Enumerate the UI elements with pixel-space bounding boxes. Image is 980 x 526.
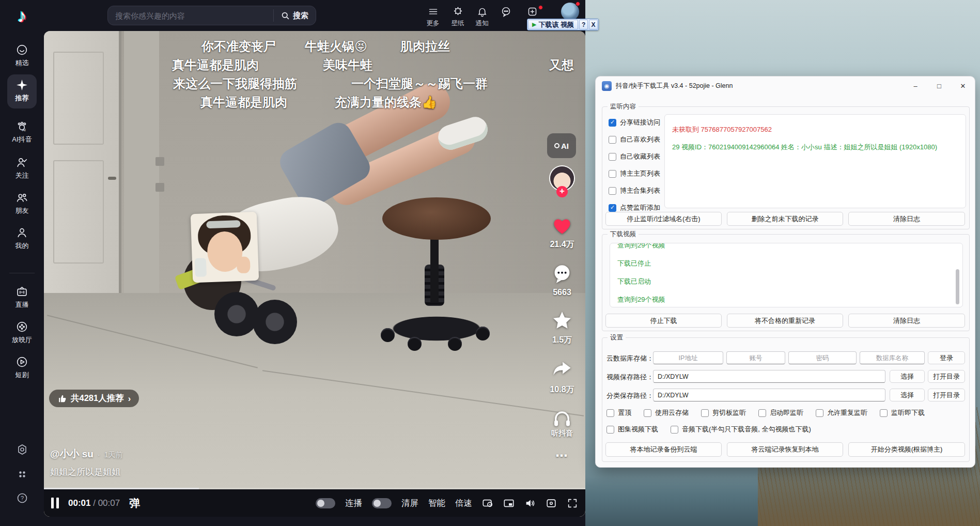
autoplay-label[interactable]: 连播 — [345, 498, 362, 509]
video-frame — [44, 31, 585, 517]
download-video-button[interactable]: ▶ 下载该 视频 — [528, 20, 578, 29]
overlay-help-button[interactable]: ? — [579, 20, 588, 29]
chat-bubble-icon — [501, 6, 511, 17]
stop-listen-button[interactable]: 停止监听/过滤域名(右击) — [605, 212, 722, 226]
more-options-icon[interactable]: ⋯ — [539, 448, 585, 463]
mini-window-icon[interactable] — [546, 498, 557, 509]
danmaku-toggle[interactable]: 弹 — [129, 496, 140, 510]
pause-button[interactable] — [51, 498, 59, 508]
check-author-home[interactable]: 博主主页列表 — [609, 169, 660, 178]
help-icon[interactable]: ? — [0, 492, 44, 506]
smart-button[interactable]: 智能 — [428, 498, 445, 509]
follow-plus-button[interactable]: + — [556, 186, 568, 197]
opt-clipboard-listen[interactable]: 剪切板监听 — [701, 408, 746, 417]
clear-listen-log-button[interactable]: 清除日志 — [848, 212, 965, 226]
player-controls: 00:01 / 00:07 弹 连播 清屏 智能 倍速 — [44, 489, 585, 517]
video-path-open-button[interactable]: 打开目录 — [928, 370, 965, 383]
settings-group: 设置 云数据库存储： 登录 视频保存路径： 选择 打开目录 分类保存路径： 选择… — [602, 337, 970, 462]
clear-download-log-button[interactable]: 清除日志 — [848, 314, 965, 328]
check-author-mix[interactable]: 博主合集列表 — [609, 186, 660, 195]
sidebar-item-theater[interactable]: 放映厅 — [0, 320, 44, 345]
pip-icon[interactable] — [503, 498, 515, 509]
opt-allow-repeat[interactable]: 允许重复监听 — [816, 408, 867, 417]
sidebar-item-live[interactable]: 直播 — [0, 285, 44, 310]
login-button[interactable]: 登录 — [928, 351, 965, 364]
opt-audio-download[interactable]: 音频下载(半勾只下载音频, 全勾视频也下载) — [671, 425, 811, 434]
video-path-choose-button[interactable]: 选择 — [890, 370, 925, 383]
wallpaper-menu[interactable]: 壁纸 — [445, 6, 470, 28]
sidebar-item-drama[interactable]: 短剧 — [0, 355, 44, 380]
search-input[interactable] — [115, 11, 273, 20]
listen-log[interactable]: 未获取到 7576877057927007562 29 视频ID：7602194… — [664, 114, 966, 208]
restore-from-cloud-button[interactable]: 将云端记录恢复到本地 — [727, 442, 843, 457]
fullscreen-icon[interactable] — [567, 498, 578, 509]
upload-button[interactable] — [520, 6, 545, 19]
more-menu[interactable]: 更多 — [421, 6, 445, 28]
favorite-star-icon[interactable] — [552, 310, 572, 331]
opt-download-on-listen[interactable]: 监听即下载 — [880, 408, 925, 417]
log-line-error: 未获取到 7576877057927007562 — [672, 121, 958, 138]
db-name-field[interactable] — [860, 351, 925, 364]
play-drama-icon — [15, 355, 28, 368]
sidebar-item-ai[interactable]: AI AI抖音 — [0, 120, 44, 144]
close-button[interactable]: ✕ — [951, 77, 975, 95]
settings-gear-icon[interactable] — [0, 443, 44, 458]
class-path-choose-button[interactable]: 选择 — [890, 389, 925, 401]
rerecord-unqualified-button[interactable]: 将不合格的重新记录 — [727, 314, 843, 328]
opt-gallery-video[interactable]: 图集视频下载 — [606, 425, 658, 434]
opt-cloud-storage[interactable]: 使用云存储 — [644, 408, 689, 417]
user-avatar[interactable] — [561, 3, 579, 21]
sidebar-item-featured[interactable]: 精选 — [0, 43, 44, 68]
sidebar-item-profile[interactable]: 我的 — [0, 226, 44, 251]
maximize-button[interactable]: □ — [927, 77, 951, 95]
volume-icon[interactable] — [524, 498, 536, 509]
notifications-menu[interactable]: 通知 — [470, 6, 494, 28]
messages-button[interactable] — [493, 6, 518, 19]
delete-undownloaded-button[interactable]: 删除之前未下载的记录 — [727, 212, 843, 226]
search-button[interactable]: 搜索 — [273, 9, 316, 22]
like-heart-icon[interactable] — [552, 216, 572, 237]
log-scrollbar[interactable] — [956, 269, 959, 304]
listen-legend: 监听内容 — [608, 102, 639, 111]
apps-grid-icon[interactable] — [0, 468, 44, 483]
video-path-input[interactable] — [653, 370, 885, 383]
class-path-input[interactable] — [653, 389, 885, 401]
opt-always-on-top[interactable]: 置顶 — [606, 408, 631, 417]
ip-address-field[interactable] — [653, 351, 723, 364]
stop-download-button[interactable]: 停止下载 — [605, 314, 722, 328]
comment-icon[interactable] — [552, 264, 572, 284]
search-bar[interactable]: 搜索 — [107, 6, 316, 25]
password-field[interactable] — [788, 351, 857, 364]
check-share-link[interactable]: 分享链接访问 — [609, 118, 660, 127]
title-bar[interactable]: ◉ 抖音/快手下载工具 v3.4 - 52pojie - Glenn – □ ✕ — [596, 76, 975, 95]
account-field[interactable] — [726, 351, 785, 364]
check-label: 图集视频下载 — [618, 425, 658, 434]
author-name[interactable]: @小小 su — [50, 447, 94, 461]
start-classify-button[interactable]: 开始分类视频(根据博主) — [848, 442, 965, 457]
video-player[interactable]: 你不准变丧尸 牛蛙火锅😝 肌肉拉丝 真牛逼都是肌肉 美味牛蛙 又想 来这么一下我… — [44, 31, 585, 517]
check-my-collections[interactable]: 自己收藏列表 — [609, 152, 660, 161]
clear-screen-label[interactable]: 清屏 — [401, 498, 418, 509]
log-line: 查询到29个视频 — [617, 243, 955, 254]
check-like-listen-add[interactable]: 点赞监听添加 — [609, 203, 660, 212]
download-log[interactable]: 查询到29个视频 下载已停止 下载已启动 查询到29个视频 — [610, 243, 963, 307]
auto-continue-icon[interactable] — [482, 498, 493, 509]
check-my-likes[interactable]: 自己喜欢列表 — [609, 135, 660, 144]
class-path-open-button[interactable]: 打开目录 — [928, 389, 965, 401]
share-icon[interactable] — [552, 360, 572, 380]
minimize-button[interactable]: – — [904, 77, 927, 95]
speed-button[interactable]: 倍速 — [455, 498, 472, 509]
recommend-pill[interactable]: 共4281人推荐 › — [49, 390, 139, 407]
sidebar-item-friends[interactable]: 朋友 — [0, 191, 44, 215]
backup-to-cloud-button[interactable]: 将本地记录备份到云端 — [605, 442, 722, 457]
sidebar-item-recommend[interactable]: 推荐 — [0, 79, 44, 103]
clear-screen-toggle[interactable] — [372, 498, 392, 508]
scene-chair-column — [430, 236, 439, 303]
douyin-logo-icon[interactable]: ♪ — [0, 5, 44, 27]
autoplay-toggle[interactable] — [316, 498, 335, 508]
headphones-icon[interactable] — [552, 407, 572, 428]
sidebar-item-follow[interactable]: 关注 — [0, 156, 44, 180]
overlay-close-button[interactable]: X — [589, 20, 598, 29]
ai-search-button[interactable]: AI — [547, 133, 576, 158]
opt-listen-on-start[interactable]: 启动即监听 — [758, 408, 803, 417]
